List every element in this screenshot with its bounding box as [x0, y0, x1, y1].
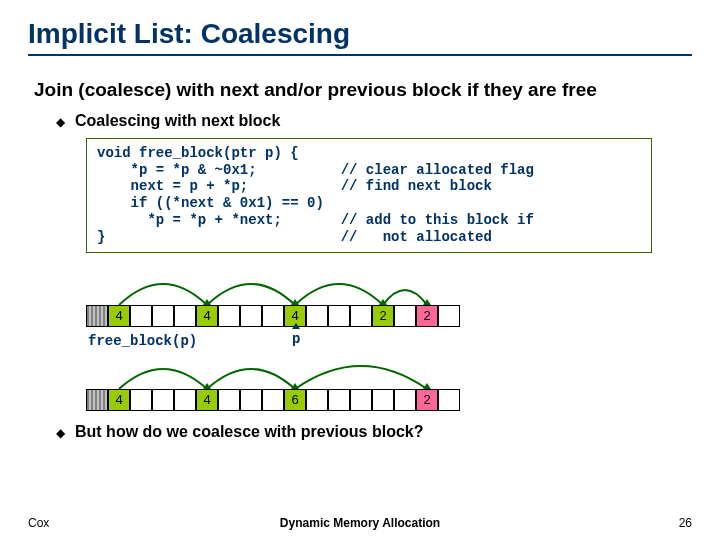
heap-cell — [130, 305, 152, 327]
heap-cell — [240, 305, 262, 327]
heap-cell — [350, 305, 372, 327]
free-block-call-label: free_block(p) — [88, 333, 626, 349]
heap-cell — [394, 305, 416, 327]
heap-cell — [262, 305, 284, 327]
footer-title: Dynamic Memory Allocation — [280, 516, 440, 530]
heap-cell — [174, 389, 196, 411]
bullet-icon: ◆ — [56, 115, 65, 129]
heap-cell — [438, 389, 460, 411]
heap-cell — [394, 389, 416, 411]
heap-cell — [306, 305, 328, 327]
heap-cell: 2 — [416, 305, 438, 327]
heap-cell — [86, 389, 108, 411]
pointer-p-arrow-icon — [292, 323, 300, 329]
code-listing: void free_block(ptr p) { *p = *p & ~0x1;… — [86, 138, 652, 253]
title-rule — [28, 54, 692, 56]
heap-cell: 4 — [108, 389, 130, 411]
heap-cell — [174, 305, 196, 327]
heap-cell — [328, 389, 350, 411]
slide-footer: Cox Dynamic Memory Allocation 26 — [0, 516, 720, 530]
heap-cell — [328, 305, 350, 327]
pointer-p-label: p — [292, 331, 300, 347]
heap-cell: 6 — [284, 389, 306, 411]
heap-cell: 2 — [372, 305, 394, 327]
bullet-coalesce-next: ◆ Coalescing with next block — [28, 112, 692, 130]
heap-cell — [218, 389, 240, 411]
link-arcs-after — [86, 353, 626, 389]
bullet-text: But how do we coalesce with previous blo… — [75, 423, 424, 441]
heap-cell — [152, 305, 174, 327]
heap-row-before: 44422 — [86, 263, 626, 327]
footer-author: Cox — [28, 516, 49, 530]
heap-cell — [152, 389, 174, 411]
heap-cell — [240, 389, 262, 411]
heap-cell: 4 — [196, 305, 218, 327]
heap-diagram: 44422 free_block(p) p 4462 — [86, 263, 626, 411]
heap-cell — [306, 389, 328, 411]
heap-cell — [438, 305, 460, 327]
subtitle: Join (coalesce) with next and/or previou… — [28, 78, 692, 102]
heap-cell: 4 — [108, 305, 130, 327]
bullet-prev-question: ◆ But how do we coalesce with previous b… — [28, 423, 692, 441]
footer-page-number: 26 — [679, 516, 692, 530]
heap-cell — [218, 305, 240, 327]
heap-cell — [350, 389, 372, 411]
bullet-icon: ◆ — [56, 426, 65, 440]
slide-title: Implicit List: Coalescing — [28, 18, 692, 50]
heap-cell: 4 — [196, 389, 218, 411]
heap-cell — [262, 389, 284, 411]
heap-cell — [372, 389, 394, 411]
heap-cell — [130, 389, 152, 411]
heap-cell: 2 — [416, 389, 438, 411]
bullet-text: Coalescing with next block — [75, 112, 280, 130]
heap-row-after: 4462 — [86, 353, 626, 411]
heap-cell — [86, 305, 108, 327]
link-arcs-before — [86, 263, 626, 305]
